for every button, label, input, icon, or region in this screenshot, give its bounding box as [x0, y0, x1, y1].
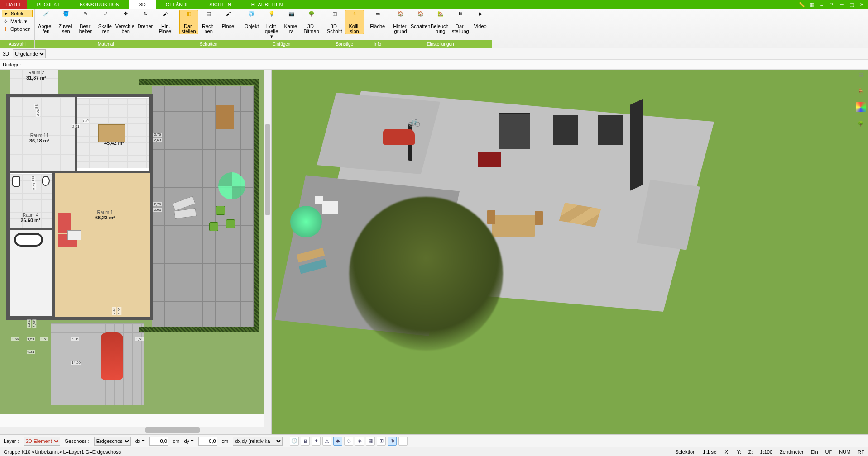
schatten-button[interactable]: 🏠Schatten — [411, 10, 430, 29]
coord-mode-select[interactable]: dx,dy (relativ ka — [233, 437, 283, 446]
verschieben-button[interactable]: ✥Verschie- ben — [116, 10, 135, 34]
cube-icon: ◧ — [183, 11, 195, 23]
colors-panel-icon[interactable] — [856, 102, 866, 112]
geschoss-select[interactable]: Erdgeschos — [94, 437, 131, 446]
chair3d-1 — [487, 210, 495, 224]
view-mode-label: 3D — [3, 51, 9, 57]
bearbeiten-button[interactable]: ✎Bear- beiten — [77, 10, 96, 34]
ribbon-group-auswahl: ➤Selekt ✧Mark.▾ ✚Optionen Auswahl — [0, 9, 35, 48]
sofa3d — [478, 152, 501, 167]
status-sel-ratio: 1:1 sel — [703, 449, 717, 455]
kamera-button[interactable]: 📷Kame- ra — [282, 10, 301, 34]
menu-tabstrip: DATEI PROJEKT KONSTRUKTION 3D GELÄNDE SI… — [0, 0, 868, 9]
grid-toggle-icon[interactable]: ⊞ — [377, 437, 386, 446]
objekt-button[interactable]: 🧊Objekt — [242, 10, 261, 29]
layers-panel-icon[interactable]: ▤ — [856, 70, 866, 80]
wand-icon: ✧ — [4, 19, 9, 24]
furniture-panel-icon[interactable]: 🪑 — [856, 86, 866, 96]
kollision-button[interactable]: ⚠Kolli- sion — [345, 10, 364, 34]
display-icon: 🖥 — [455, 11, 466, 23]
chevron-down-icon: ▾ — [270, 34, 273, 39]
info-icon[interactable]: i — [398, 437, 408, 446]
pinsel-button[interactable]: 🖌Pinsel — [219, 10, 238, 29]
snap-grid-icon[interactable]: ▦ — [366, 437, 375, 446]
2d-scrollbar-vertical[interactable] — [264, 70, 271, 434]
tab-sichten[interactable]: SICHTEN — [199, 0, 241, 9]
bathtub — [14, 233, 43, 247]
3d-bitmap-button[interactable]: 🌳3D- Bitmap — [302, 10, 321, 34]
darstellen-button[interactable]: ◧Dar- stellen — [179, 10, 198, 34]
status-ein: Ein — [811, 449, 818, 455]
snap-endpoint-icon[interactable]: ◆ — [333, 437, 342, 446]
workspace: Raum 231,87 m² Raum 1136,18 m² Raum 345,… — [0, 70, 868, 434]
snap-node-icon[interactable]: ✦ — [312, 437, 321, 446]
lichtquelle-button[interactable]: 💡Licht- quelle▾ — [262, 10, 281, 39]
maximize-icon[interactable]: ▢ — [848, 1, 855, 8]
terrain-select[interactable]: Urgelände — [13, 49, 46, 58]
snap-mid-icon[interactable]: ◇ — [344, 437, 353, 446]
2d-scrollbar-horizontal[interactable] — [0, 427, 264, 434]
group-label-auswahl: Auswahl — [0, 40, 34, 48]
measure-icon[interactable]: 📏 — [798, 1, 806, 8]
garden-chair-1[interactable] — [216, 206, 225, 215]
options-button[interactable]: ✚Optionen — [2, 25, 33, 33]
beleuchtung-button[interactable]: 🏡Beleuch- tung — [431, 10, 450, 34]
garden-chair-2[interactable] — [209, 222, 218, 231]
tab-datei[interactable]: DATEI — [0, 0, 27, 9]
group-label-einfuegen: Einfügen — [240, 40, 323, 48]
section-icon: ◫ — [329, 11, 340, 23]
dy-unit: cm — [222, 438, 229, 444]
snap-perp-icon[interactable]: ◈ — [355, 437, 364, 446]
toilet — [12, 176, 20, 187]
clock-icon[interactable]: 🕓 — [290, 437, 299, 446]
tab-bearbeiten[interactable]: BEARBEITEN — [241, 0, 293, 9]
abgreifen-button[interactable]: 💉Abgrei- fen — [37, 10, 56, 34]
rechnen-button[interactable]: ▤Rech- nen — [199, 10, 218, 34]
group-label-material: Material — [35, 40, 177, 48]
zuweisen-button[interactable]: 🪣Zuwei- sen — [57, 10, 76, 34]
darstellung-button[interactable]: 🖥Dar- stellung — [451, 10, 470, 34]
status-selection-info: Gruppe K10 <Unbekannt> L=Layer1 G=Erdges… — [4, 449, 121, 455]
group-label-einstellungen: Einstellungen — [389, 40, 492, 48]
skalieren-button[interactable]: ⤢Skalie- ren — [96, 10, 115, 34]
snap-edge-icon[interactable]: △ — [322, 437, 331, 446]
status-bar: Gruppe K10 <Unbekannt> L=Layer1 G=Erdges… — [0, 447, 868, 456]
3d-viewport[interactable]: 🚲 — [272, 70, 868, 434]
ortho-icon[interactable]: ⊕ — [388, 437, 397, 446]
layer-label: Layer : — [4, 438, 19, 444]
plants-panel-icon[interactable]: 🌳 — [856, 119, 866, 128]
help-icon[interactable]: ? — [828, 1, 835, 8]
video-button[interactable]: ▶Video — [471, 10, 490, 29]
geschoss-label: Geschoss : — [65, 438, 90, 444]
hinpinsel-button[interactable]: 🖌Hin. Pinsel — [156, 10, 175, 34]
garden-chair-3[interactable] — [226, 219, 235, 228]
select-button[interactable]: ➤Selekt — [2, 10, 33, 17]
flaeche-button[interactable]: ▭Fläche — [368, 10, 387, 29]
dy-input[interactable] — [198, 437, 217, 446]
monitor-icon[interactable]: 🖥 — [301, 437, 310, 446]
status-scale: 1:100 — [760, 449, 773, 455]
tab-gelaende[interactable]: GELÄNDE — [156, 0, 200, 9]
tab-projekt[interactable]: PROJEKT — [27, 0, 70, 9]
close-icon[interactable]: ✕ — [858, 1, 865, 8]
tab-konstruktion[interactable]: KONSTRUKTION — [70, 0, 129, 9]
bicycle-icon: 🚲 — [408, 115, 420, 127]
minimize-icon[interactable]: ━ — [838, 1, 845, 8]
mark-button[interactable]: ✧Mark.▾ — [2, 18, 33, 25]
tab-3d[interactable]: 3D — [129, 0, 156, 9]
bench — [216, 105, 234, 129]
drehen-button[interactable]: ↻Drehen — [136, 10, 155, 29]
coffee-table — [67, 230, 81, 240]
hintergrund-button[interactable]: 🏠Hinter- grund — [391, 10, 410, 34]
cube-icon[interactable]: ▦ — [808, 1, 815, 8]
layers-icon[interactable]: ≡ — [818, 1, 825, 8]
layer-select[interactable]: 2D-Element — [24, 437, 60, 446]
dx-input[interactable] — [149, 437, 168, 446]
2d-viewport[interactable]: Raum 231,87 m² Raum 1136,18 m² Raum 345,… — [0, 70, 272, 434]
3d-schnitt-button[interactable]: ◫3D- Schnitt — [325, 10, 344, 34]
room-11-label: Raum 1136,18 m² — [17, 129, 62, 147]
chevron-down-icon: ▾ — [24, 19, 27, 24]
ribbon-group-einfuegen: 🧊Objekt 💡Licht- quelle▾ 📷Kame- ra 🌳3D- B… — [240, 9, 323, 48]
outdoor-table-3d — [322, 201, 338, 214]
group-label-info: Info — [366, 40, 389, 48]
